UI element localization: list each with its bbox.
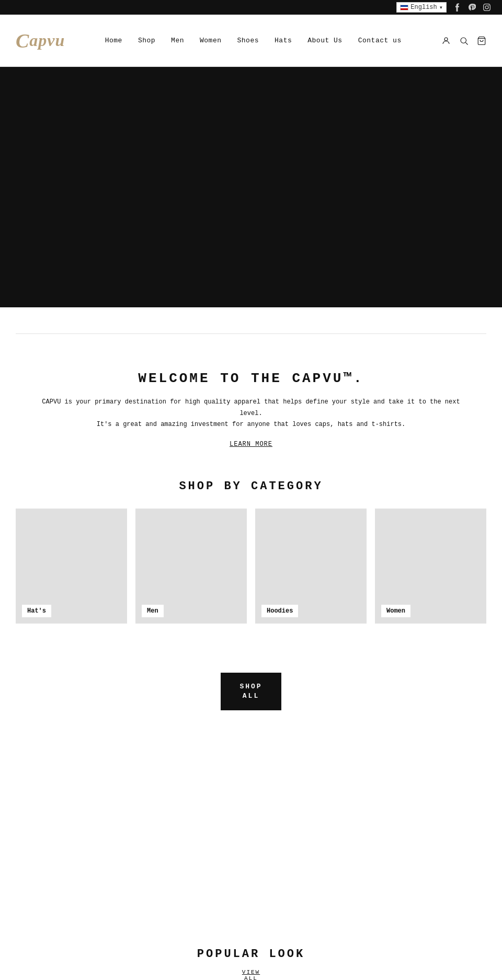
logo-text: apvu (29, 31, 65, 50)
shop-all-button[interactable]: SHOPALL (221, 673, 281, 710)
pinterest-icon[interactable] (467, 3, 477, 12)
category-label-men: Men (142, 605, 164, 617)
cart-icon[interactable] (477, 36, 486, 45)
category-card-hoodies[interactable]: Hoodies (255, 509, 367, 624)
nav-shop[interactable]: Shop (138, 37, 155, 44)
language-label: English (410, 4, 437, 11)
category-card-men[interactable]: Men (135, 509, 247, 624)
chevron-down-icon: ▾ (439, 4, 443, 11)
nav-men[interactable]: Men (171, 37, 184, 44)
svg-line-2 (465, 42, 467, 44)
nav-about-us[interactable]: About Us (307, 37, 342, 44)
welcome-body: CAPVU is your primary destination for hi… (31, 397, 471, 431)
flag-icon (400, 5, 408, 10)
instagram-icon[interactable] (482, 3, 492, 12)
hero-banner (0, 67, 502, 307)
nav-home[interactable]: Home (105, 37, 122, 44)
shop-all-section: SHOPALL (0, 644, 502, 749)
spacer-area (0, 749, 502, 927)
svg-point-1 (461, 38, 466, 43)
popular-section: POPULAR LOOK VIEWALL (0, 927, 502, 980)
logo[interactable]: Capvu (16, 29, 65, 52)
nav-shoes[interactable]: Shoes (237, 37, 259, 44)
category-card-hats[interactable]: Hat's (16, 509, 127, 624)
category-section: SHOP BY CATEGORY Hat's Men Hoodies Women (0, 469, 502, 644)
language-selector[interactable]: English ▾ (396, 2, 447, 13)
account-icon[interactable] (441, 36, 451, 45)
top-bar: English ▾ (0, 0, 502, 15)
category-grid: Hat's Men Hoodies Women (16, 509, 486, 624)
welcome-section: WELCOME TO THE CAPVU™. CAPVU is your pri… (0, 360, 502, 469)
category-label-women: Women (381, 605, 410, 617)
search-icon[interactable] (459, 36, 469, 45)
category-label-hoodies: Hoodies (261, 605, 298, 617)
welcome-title: WELCOME TO THE CAPVU™. (31, 371, 471, 386)
svg-point-0 (444, 38, 448, 41)
category-card-women[interactable]: Women (375, 509, 486, 624)
popular-title: POPULAR LOOK (16, 948, 486, 961)
nav-women[interactable]: Women (200, 37, 222, 44)
header: Capvu Home Shop Men Women Shoes Hats Abo… (0, 15, 502, 67)
view-all-link[interactable]: VIEWALL (242, 969, 260, 980)
facebook-icon[interactable] (453, 3, 462, 12)
header-icons (441, 36, 486, 45)
category-label-hats: Hat's (22, 605, 51, 617)
learn-more-link[interactable]: LEARN MORE (230, 441, 272, 448)
section-divider (16, 333, 486, 334)
main-nav: Home Shop Men Women Shoes Hats About Us … (105, 37, 402, 44)
logo-letter-c: C (16, 29, 29, 52)
nav-hats[interactable]: Hats (275, 37, 292, 44)
category-title: SHOP BY CATEGORY (16, 480, 486, 493)
social-icons (453, 3, 492, 12)
nav-contact-us[interactable]: Contact us (358, 37, 402, 44)
